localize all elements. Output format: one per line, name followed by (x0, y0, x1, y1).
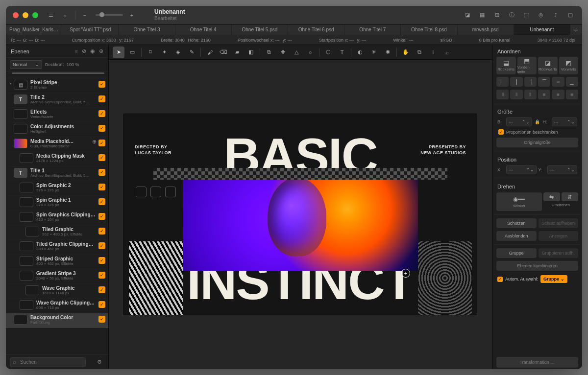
fill-tool[interactable]: ▰ (231, 47, 243, 58)
layer-add-icon[interactable]: ⊕ (92, 139, 97, 145)
layer-visibility-checkbox[interactable]: ✓ (98, 316, 105, 323)
eyedropper-tool[interactable]: ⁞ (427, 47, 439, 58)
blend-mode-select[interactable]: Normal⌄ (10, 60, 42, 69)
text-tool[interactable]: T (336, 47, 348, 58)
align-right[interactable]: ▕ (524, 77, 537, 87)
dodge-tool[interactable]: ☀ (368, 47, 380, 58)
heal-tool[interactable]: ✚ (277, 47, 289, 58)
align-top[interactable]: ▔ (538, 77, 550, 87)
flip-v-button[interactable]: ⇵ (562, 192, 578, 201)
layer-row[interactable]: TTitle 2Archivo SemiExpanded, Bold, 5…✓ (6, 93, 108, 108)
auto-select-target[interactable]: Gruppe⌄ (540, 275, 567, 283)
layer-visibility-checkbox[interactable]: ✓ (98, 110, 105, 117)
layer-row[interactable]: Media Placehold…0:08, Platzhalterebene⊕✓ (6, 137, 108, 152)
lock-icon[interactable]: 🔒 (534, 119, 541, 124)
brush-tool[interactable]: 🖌 (204, 47, 216, 58)
layer-row[interactable]: Striped Graphic400 × 462 px, Effekte✓ (6, 255, 108, 269)
select-color-tool[interactable]: ◈ (172, 47, 184, 58)
layer-row[interactable]: Wave Graphic1610 × 1146 px✓ (6, 284, 108, 299)
color-picker-icon[interactable]: ◪ (463, 10, 472, 20)
distribute-v3[interactable]: ≡ (566, 90, 578, 99)
arrow-tool[interactable]: ➤ (113, 47, 124, 58)
layer-visibility-checkbox[interactable]: ✓ (98, 184, 105, 190)
layer-visibility-checkbox[interactable]: ✓ (98, 272, 105, 279)
constrain-checkbox[interactable]: ✓ (498, 129, 504, 135)
clone-tool[interactable]: ⧉ (263, 47, 275, 58)
gradient-tool[interactable]: ◧ (245, 47, 257, 58)
distribute-h2[interactable]: ⦀ (510, 90, 522, 99)
distribute-h3[interactable]: ⦀ (524, 90, 537, 99)
dropdown-button[interactable]: ⌄ (59, 9, 71, 21)
distribute-v2[interactable]: ≡ (552, 90, 564, 99)
lasso-tool[interactable]: ⌑ (145, 47, 156, 58)
exposure-tool[interactable]: ◐ (354, 47, 366, 58)
width-field[interactable]: ---⌃⌄ (506, 117, 532, 126)
ungroup-button[interactable]: Gruppieren aufh. (539, 248, 579, 258)
layer-row[interactable]: TTitle 1Archivo SemiExpanded, Bold, 5…✓ (6, 166, 108, 181)
layer-visibility-checkbox[interactable]: ✓ (98, 301, 105, 308)
layers-add-icon[interactable]: ⊕ (99, 48, 103, 54)
document-tab[interactable]: Spot "Audi TT".psd (62, 24, 119, 35)
add-tab-button[interactable]: + (570, 24, 582, 35)
y-field[interactable]: ---⌃⌄ (547, 165, 578, 174)
layer-row[interactable]: Spin Graphic 2376 × 376 px✓ (6, 181, 108, 196)
effects-icon[interactable]: ◎ (536, 10, 546, 20)
document-tab[interactable]: Ohne Titel 8.psd (401, 24, 457, 35)
layer-row[interactable]: ▸▤Pixel Stripe2 Ebenen✓ (6, 78, 108, 93)
share-icon[interactable]: ⤴ (551, 10, 561, 20)
zoom-button[interactable] (32, 12, 38, 18)
protect-button[interactable]: Schützen (496, 218, 537, 228)
layer-row[interactable]: Media Clipping Mask2176 × 1224 px✓ (6, 152, 108, 166)
eraser-tool[interactable]: ⌫ (218, 47, 229, 58)
document-tab[interactable]: Ohne Titel 5.psd (232, 24, 288, 35)
layer-visibility-checkbox[interactable]: ✓ (98, 140, 105, 146)
marquee-tool[interactable]: ▭ (126, 47, 138, 58)
sharpen-tool[interactable]: △ (291, 47, 302, 58)
height-field[interactable]: ---⌃⌄ (552, 117, 578, 126)
forward-button[interactable]: ◩Vorwärts (559, 57, 579, 74)
layer-visibility-checkbox[interactable]: ✓ (98, 198, 105, 205)
shape-tool[interactable]: ⬡ (322, 47, 334, 58)
layers-settings-icon[interactable]: ⚙ (95, 357, 104, 367)
layer-visibility-checkbox[interactable]: ✓ (98, 154, 105, 161)
layer-visibility-checkbox[interactable]: ✓ (98, 81, 105, 88)
layer-row[interactable]: Spin Graphics Clipping…410 × 164 px✓ (6, 211, 108, 225)
blur-tool[interactable]: ○ (304, 47, 316, 58)
transform-button[interactable]: Transformation … (496, 357, 578, 368)
opacity-slider[interactable] (12, 72, 104, 74)
layer-row[interactable]: Background ColorFarbfüllung✓ (6, 313, 108, 328)
layers-fx-icon[interactable]: ◉ (90, 48, 95, 54)
hide-button[interactable]: Ausblenden (496, 231, 537, 241)
zoom-tool[interactable]: ⌕ (441, 47, 453, 58)
align-vcenter[interactable]: ━ (552, 77, 564, 87)
backward-button[interactable]: ◪Rückwärts (538, 57, 558, 74)
layers-link-icon[interactable]: ⊘ (82, 48, 86, 54)
layer-visibility-checkbox[interactable]: ✓ (98, 125, 105, 132)
x-field[interactable]: ---⌃⌄ (506, 165, 537, 174)
layer-visibility-checkbox[interactable]: ✓ (98, 228, 105, 234)
layer-row[interactable]: Tiled Graphic Clipping…330 × 462 px✓ (6, 240, 108, 255)
canvas-viewport[interactable]: DIRECTED BYLUCAS TAYLOR PRESENTED BYNEW … (109, 60, 492, 369)
pen-tool[interactable]: ✎ (186, 47, 197, 58)
group-button[interactable]: Gruppe (496, 248, 537, 258)
to-back-button[interactable]: ⬓Rückseite (496, 57, 516, 74)
rotate-angle-control[interactable]: ◉━━Winkel (496, 192, 542, 211)
layer-visibility-checkbox[interactable]: ✓ (98, 169, 105, 176)
document-tab[interactable]: Unbenannt (514, 24, 570, 35)
layer-row[interactable]: Color AdjustmentsHelligkeit✓ (6, 122, 108, 137)
document-tab[interactable]: mrwash.psd (458, 24, 514, 35)
align-bottom[interactable]: ▁ (566, 77, 578, 87)
document-tab[interactable]: Ohne Titel 6.psd (288, 24, 344, 35)
sidebar-toggle-button[interactable]: ☰ (45, 9, 57, 21)
layer-row[interactable]: Spin Graphic 1376 × 376 px✓ (6, 196, 108, 211)
layer-visibility-checkbox[interactable]: ✓ (98, 242, 105, 249)
zoom-in-button[interactable]: + (126, 9, 138, 21)
layers-menu-icon[interactable]: ≡ (75, 48, 78, 54)
zoom-slider[interactable] (96, 14, 123, 16)
distribute-v1[interactable]: ≡ (538, 90, 550, 99)
info-icon[interactable]: ⓘ (507, 10, 516, 20)
to-front-button[interactable]: ⬒Vorder- seite (517, 57, 537, 74)
layer-visibility-checkbox[interactable]: ✓ (98, 95, 105, 102)
document-tab[interactable]: Prag_Musiker_Karls… (6, 24, 62, 35)
merge-button[interactable]: Ebenen kombinieren (496, 261, 578, 271)
